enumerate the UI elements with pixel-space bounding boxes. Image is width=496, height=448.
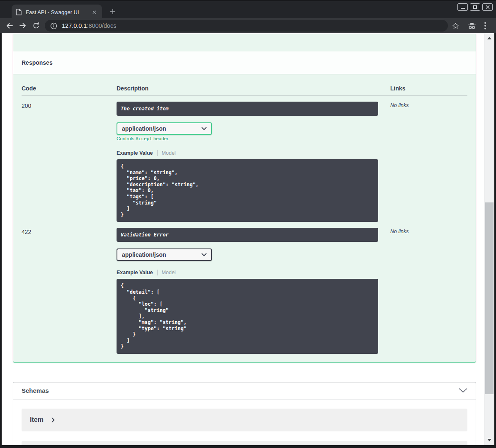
- scrollbar-thumb[interactable]: [485, 202, 494, 394]
- chevron-down-icon: [202, 253, 207, 256]
- page-favicon-icon: [16, 9, 22, 15]
- reload-button[interactable]: [30, 20, 42, 32]
- window-minimize-button[interactable]: [457, 3, 468, 11]
- column-header-code: Code: [22, 85, 117, 92]
- address-bar[interactable]: 127.0.0.1:8000/docs: [45, 20, 448, 32]
- page-viewport: Responses Code Description Links 200 The…: [2, 33, 494, 445]
- bookmark-button[interactable]: [450, 20, 461, 32]
- incognito-badge: [466, 20, 478, 32]
- browser-menu-button[interactable]: [479, 20, 491, 32]
- example-json-code: { "name": "string", "price": 0, "descrip…: [121, 163, 374, 218]
- example-json-block: { "name": "string", "price": 0, "descrip…: [117, 159, 378, 222]
- response-links: No links: [390, 102, 467, 222]
- minimize-icon: [461, 8, 465, 9]
- vertical-scrollbar[interactable]: [484, 33, 494, 445]
- window-controls: [457, 3, 493, 11]
- accept-header-hint: Controls Accept header.: [117, 136, 390, 141]
- media-type-select[interactable]: application/json: [117, 122, 212, 135]
- response-row-200: 200 The created item application/json Co…: [22, 96, 467, 222]
- browser-tab[interactable]: Fast API - Swagger UI: [12, 5, 102, 19]
- reload-icon: [32, 22, 40, 29]
- tab-close-icon[interactable]: [90, 8, 98, 16]
- responses-title: Responses: [22, 59, 53, 66]
- schemas-title: Schemas: [22, 387, 49, 394]
- forward-button[interactable]: [17, 20, 29, 32]
- response-description-cell: The created item application/json Contro…: [117, 102, 390, 222]
- column-header-description: Description: [117, 85, 390, 92]
- model-validationerror[interactable]: ValidationError: [22, 441, 467, 445]
- browser-titlebar: Fast API - Swagger UI: [0, 0, 496, 18]
- responses-table-head: Code Description Links: [22, 81, 467, 96]
- responses-table: Code Description Links 200 The created i…: [13, 74, 476, 362]
- media-type-value: application/json: [122, 251, 166, 258]
- example-model-tabs: Example Value Model: [117, 270, 390, 275]
- forward-icon: [19, 22, 27, 30]
- star-icon: [452, 22, 460, 30]
- scroll-down-icon[interactable]: [487, 439, 491, 441]
- example-model-tabs: Example Value Model: [117, 150, 390, 156]
- response-row-422: 422 Validation Error application/json Ex…: [22, 222, 467, 354]
- browser-toolbar: 127.0.0.1:8000/docs: [0, 18, 496, 33]
- schemas-section: Schemas Item ValidationError: [13, 382, 476, 445]
- response-code: 422: [22, 228, 117, 354]
- new-tab-button[interactable]: [108, 7, 118, 17]
- site-info-icon[interactable]: [50, 22, 57, 29]
- response-code: 200: [22, 102, 117, 222]
- response-description-box: Validation Error: [117, 228, 378, 242]
- response-description-box: The created item: [117, 102, 378, 116]
- window-close-button[interactable]: [482, 3, 493, 11]
- back-button[interactable]: [4, 20, 15, 32]
- maximize-icon: [473, 5, 477, 9]
- swagger-page: Responses Code Description Links 200 The…: [2, 33, 484, 445]
- tab-model[interactable]: Model: [158, 150, 176, 156]
- example-json-code: { "detail": [ { "loc": [ "string" ], "ms…: [121, 283, 374, 350]
- url-path: :8000/docs: [87, 22, 116, 29]
- model-item[interactable]: Item: [22, 409, 467, 431]
- chevron-down-icon: [202, 127, 207, 130]
- operation-block-spacer: [13, 34, 476, 51]
- responses-section-header: Responses: [13, 51, 476, 74]
- window-maximize-button[interactable]: [470, 3, 480, 11]
- chevron-right-icon: [51, 417, 55, 423]
- response-description-cell: Validation Error application/json Exampl…: [117, 228, 390, 354]
- tab-example-value[interactable]: Example Value: [117, 270, 158, 275]
- url-host: 127.0.0.1: [62, 22, 87, 29]
- schemas-models-list: Item ValidationError: [13, 399, 476, 445]
- close-icon: [486, 5, 490, 9]
- example-json-block: { "detail": [ { "loc": [ "string" ], "ms…: [117, 279, 378, 354]
- chevron-down-icon[interactable]: [459, 388, 467, 393]
- tab-example-value[interactable]: Example Value: [117, 150, 158, 156]
- schemas-section-header[interactable]: Schemas: [13, 382, 476, 399]
- column-header-links: Links: [390, 85, 467, 92]
- tab-model[interactable]: Model: [158, 270, 176, 275]
- response-links: No links: [390, 228, 467, 354]
- scroll-up-icon[interactable]: [487, 37, 491, 39]
- media-type-select[interactable]: application/json: [117, 248, 212, 261]
- tab-title: Fast API - Swagger UI: [26, 9, 90, 15]
- media-type-value: application/json: [122, 125, 166, 132]
- back-icon: [5, 22, 14, 30]
- kebab-menu-icon: [484, 22, 486, 29]
- incognito-icon: [467, 22, 477, 30]
- operation-block: Responses Code Description Links 200 The…: [13, 34, 476, 363]
